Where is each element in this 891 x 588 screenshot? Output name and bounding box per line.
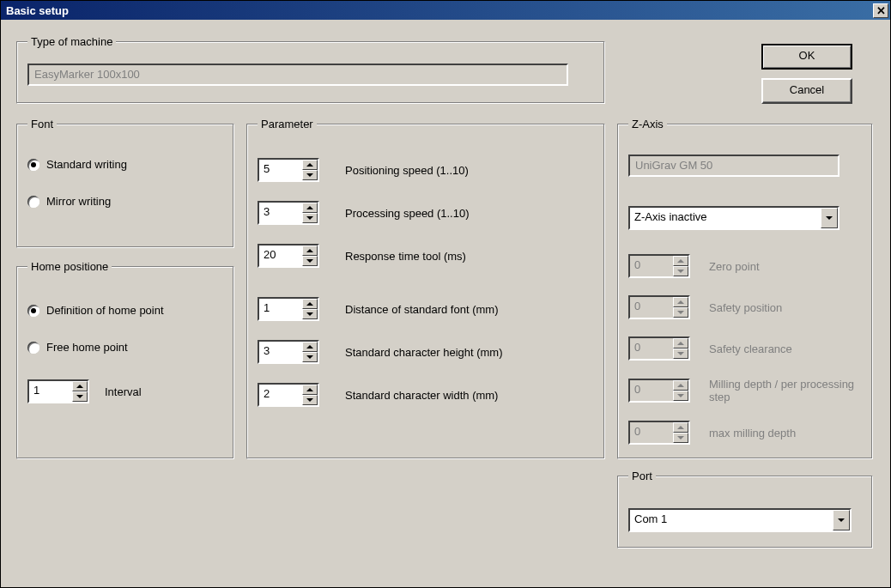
radio-free-home-indicator	[27, 342, 39, 354]
group-home-position: Home positione Definition of home point …	[16, 260, 234, 459]
arrow-down-icon	[306, 173, 313, 177]
arrow-up-icon	[677, 426, 684, 429]
char-width-spinner[interactable]: 2	[258, 383, 319, 407]
radio-mirror-writing[interactable]: Mirror writing	[27, 195, 223, 208]
ok-button[interactable]: OK	[761, 44, 852, 70]
client-area: OK Cancel Type of machine EasyMarker 100…	[1, 20, 890, 587]
milling-depth-spinner: 0	[628, 379, 690, 403]
interval-value[interactable]: 1	[29, 381, 72, 402]
char-width-up[interactable]	[302, 385, 318, 395]
response-time-label: Response time tool (ms)	[345, 250, 594, 263]
max-milling-spinner: 0	[628, 421, 690, 445]
arrow-up-icon	[306, 206, 313, 209]
response-time-down[interactable]	[302, 256, 318, 266]
response-time-spinner[interactable]: 20	[258, 244, 319, 268]
z-axis-mode-combo[interactable]: Z-Axis inactive	[628, 206, 839, 230]
title-bar: Basic setup ✕	[1, 1, 890, 20]
zero-point-up	[673, 256, 688, 266]
close-button[interactable]: ✕	[873, 3, 888, 18]
max-milling-value: 0	[630, 422, 673, 443]
processing-speed-value[interactable]: 3	[259, 203, 302, 223]
chevron-down-icon	[826, 216, 833, 220]
group-z-axis-legend: Z-Axis	[628, 118, 667, 130]
z-axis-device-field: UniGrav GM 50	[628, 155, 839, 177]
safety-clearance-label: Safety clearance	[709, 342, 862, 355]
safety-clearance-spinner: 0	[628, 336, 690, 361]
radio-free-home[interactable]: Free home point	[27, 341, 223, 354]
radio-definition-home[interactable]: Definition of home point	[27, 304, 223, 317]
positioning-speed-label: Positioning speed (1..10)	[345, 164, 594, 177]
char-width-down[interactable]	[302, 395, 318, 405]
group-font: Font Standard writing Mirror writing	[16, 118, 234, 248]
ok-label: OK	[799, 49, 815, 62]
arrow-up-icon	[306, 163, 313, 167]
z-axis-device-value: UniGrav GM 50	[635, 159, 712, 172]
group-port-legend: Port	[628, 470, 656, 482]
radio-standard-writing-label: Standard writing	[46, 158, 127, 171]
char-width-label: Standard character width (mm)	[345, 389, 594, 402]
safety-position-up	[673, 297, 688, 307]
max-milling-up	[673, 422, 688, 433]
arrow-down-icon	[306, 312, 313, 316]
arrow-up-icon	[76, 385, 83, 388]
distance-font-spinner[interactable]: 1	[258, 297, 319, 321]
response-time-value[interactable]: 20	[259, 246, 302, 266]
positioning-speed-value[interactable]: 5	[259, 160, 302, 180]
chevron-down-icon	[838, 518, 845, 522]
milling-depth-up	[673, 380, 688, 391]
group-parameter-legend: Parameter	[258, 118, 317, 130]
cancel-label: Cancel	[790, 83, 824, 96]
positioning-speed-up[interactable]	[302, 160, 318, 170]
z-axis-mode-dropdown-button[interactable]	[821, 208, 838, 228]
response-time-up[interactable]	[302, 246, 318, 256]
zero-point-down	[673, 266, 688, 276]
port-value: Com 1	[630, 510, 833, 530]
cancel-button[interactable]: Cancel	[761, 78, 852, 104]
arrow-up-icon	[677, 342, 684, 345]
window-title: Basic setup	[6, 4, 69, 17]
distance-font-up[interactable]	[302, 299, 318, 309]
arrow-down-icon	[76, 395, 83, 398]
max-milling-label: max milling depth	[709, 427, 862, 439]
zero-point-spinner: 0	[628, 254, 690, 278]
processing-speed-up[interactable]	[302, 203, 318, 213]
positioning-speed-down[interactable]	[302, 170, 318, 180]
milling-depth-down	[673, 391, 688, 401]
interval-label: Interval	[105, 385, 142, 398]
radio-definition-home-indicator	[27, 305, 39, 317]
radio-standard-writing[interactable]: Standard writing	[27, 158, 223, 171]
processing-speed-spinner[interactable]: 3	[258, 201, 319, 225]
arrow-down-icon	[677, 270, 684, 273]
arrow-down-icon	[306, 259, 313, 263]
interval-up[interactable]	[72, 381, 88, 391]
arrow-up-icon	[677, 300, 684, 304]
group-z-axis: Z-Axis UniGrav GM 50 Z-Axis inactive 0 Z…	[617, 118, 873, 459]
zero-point-label: Zero point	[709, 260, 862, 273]
milling-depth-value: 0	[630, 380, 673, 401]
processing-speed-down[interactable]	[302, 213, 318, 223]
arrow-down-icon	[677, 311, 684, 314]
positioning-speed-spinner[interactable]: 5	[258, 158, 319, 182]
radio-definition-home-label: Definition of home point	[46, 304, 164, 317]
char-height-down[interactable]	[302, 352, 318, 362]
char-height-up[interactable]	[302, 342, 318, 352]
safety-clearance-value: 0	[630, 338, 673, 359]
processing-speed-label: Processing speed (1..10)	[345, 207, 594, 220]
port-dropdown-button[interactable]	[833, 510, 850, 530]
safety-clearance-down	[673, 349, 688, 359]
char-height-value[interactable]: 3	[259, 342, 302, 362]
char-height-spinner[interactable]: 3	[258, 340, 319, 364]
port-combo[interactable]: Com 1	[628, 508, 852, 532]
milling-depth-label: Milling depth / per processing step	[709, 378, 862, 403]
group-type-of-machine: Type of machine EasyMarker 100x100	[16, 35, 605, 104]
safety-position-value: 0	[630, 297, 673, 318]
arrow-down-icon	[677, 394, 684, 397]
distance-font-value[interactable]: 1	[259, 299, 302, 319]
char-width-value[interactable]: 2	[259, 385, 302, 405]
radio-free-home-label: Free home point	[46, 341, 128, 354]
interval-spinner[interactable]: 1	[27, 379, 89, 403]
interval-down[interactable]	[72, 391, 88, 402]
safety-position-spinner: 0	[628, 295, 690, 319]
distance-font-down[interactable]	[302, 309, 318, 319]
radio-standard-writing-indicator	[27, 159, 39, 171]
